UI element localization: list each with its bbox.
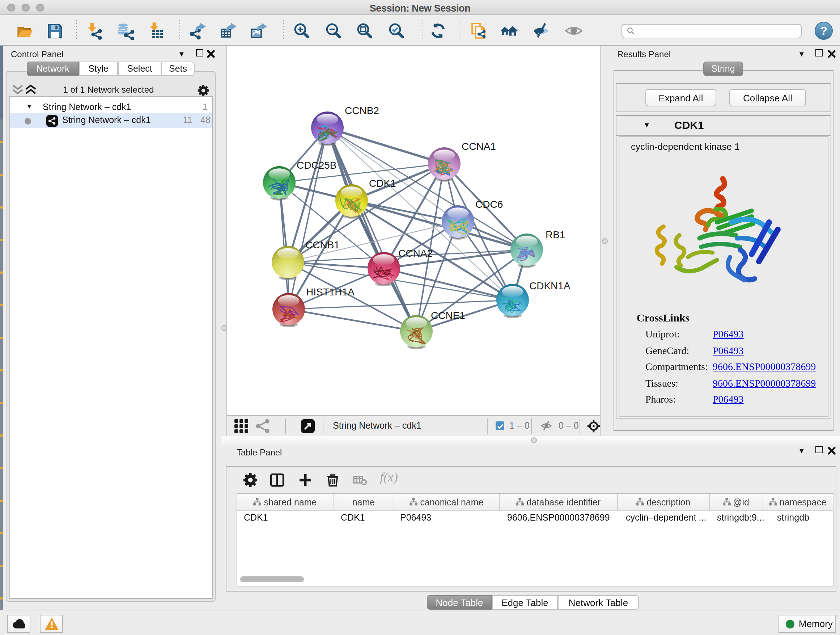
svg-text:CDC6: CDC6 xyxy=(475,199,503,210)
svg-text:CDKN1A: CDKN1A xyxy=(529,280,570,291)
svg-text:HIST1H1A: HIST1H1A xyxy=(306,287,355,298)
svg-text:CCNA2: CCNA2 xyxy=(398,248,433,259)
svg-text:CCNB1: CCNB1 xyxy=(305,239,340,250)
svg-text:CCNA1: CCNA1 xyxy=(462,141,496,152)
svg-text:RB1: RB1 xyxy=(546,229,565,241)
svg-text:CDK1: CDK1 xyxy=(369,178,396,189)
svg-text:CCNB2: CCNB2 xyxy=(345,105,379,116)
svg-text:CCNE1: CCNE1 xyxy=(431,310,465,321)
svg-text:CDC25B: CDC25B xyxy=(297,160,336,171)
